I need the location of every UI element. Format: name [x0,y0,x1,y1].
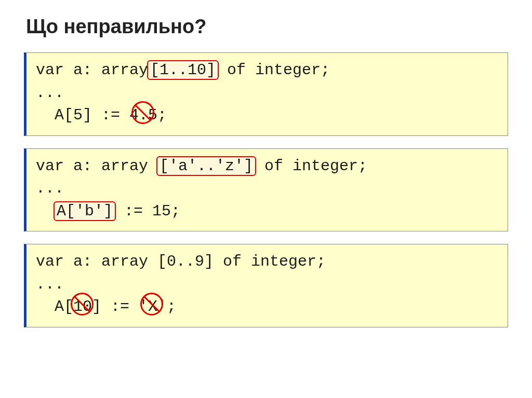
code-line: ... [36,82,498,105]
code-text: ; [157,106,167,124]
code-text: ] := [92,298,139,315]
code-line: A[5] := 4.5; [36,104,498,127]
code-line: var a: array [0..9] of integer; [36,251,498,273]
code-text: var a: array [36,157,157,175]
code-text: A[ [36,298,73,315]
code-text: := 15; [115,202,180,220]
strike-circle-icon [71,293,94,315]
code-line: A['b'] := 15; [36,200,498,223]
slide-title: Що неправильно? [26,16,508,38]
error-char-value: 'X' [139,296,167,319]
code-line: ... [36,273,498,296]
code-block-2: var a: array ['a'..'z'] of integer; ... … [24,148,508,232]
code-line: var a: array[1..10] of integer; [36,59,498,82]
code-text: of integer; [218,61,330,79]
code-line: var a: array ['a'..'z'] of integer; [36,155,498,178]
code-line: A[10] := 'X'; [36,296,498,319]
strike-circle-icon [131,101,154,124]
code-text: var a: array [36,61,148,79]
error-float-value: 4.5 [129,104,157,127]
highlight-array-range: [1..10] [147,60,219,80]
slide: Що неправильно? var a: array[1..10] of i… [0,0,532,350]
highlight-char-range: ['a'..'z'] [156,156,256,176]
highlight-char-index: A['b'] [54,201,116,221]
code-block-3: var a: array [0..9] of integer; ... A[10… [24,244,508,327]
code-text: of integer; [255,157,367,175]
strike-circle-icon [140,293,163,315]
code-text [36,202,55,220]
code-block-1: var a: array[1..10] of integer; ... A[5]… [24,52,508,136]
code-text: A[5] := [36,106,129,124]
code-line: ... [36,177,498,200]
code-text: ; [167,298,176,315]
error-index-out-of-range: 10 [73,296,92,319]
